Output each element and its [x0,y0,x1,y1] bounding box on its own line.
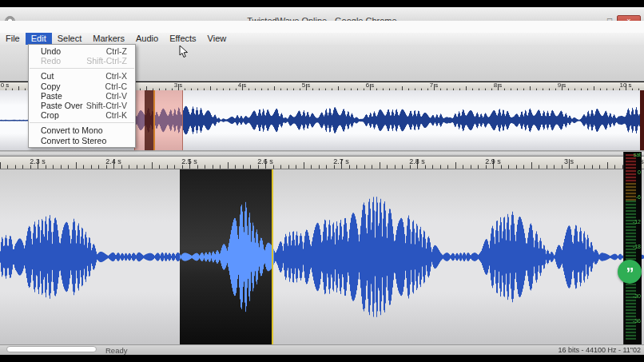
menu-separator [30,68,134,69]
menu-item-shortcut: Shift-Ctrl-V [86,101,127,110]
pane-divider[interactable] [0,150,644,157]
ruler-label: 5 s [302,82,311,89]
menu-item-shortcut: Shift-Ctrl-Z [86,56,127,66]
menu-item-label: Redo [41,56,61,66]
ruler-label: 2.8 s [409,157,425,165]
menu-effects[interactable]: Effects [164,33,201,45]
menu-item-shortcut: Ctrl-Z [106,46,127,56]
ruler-label: 2.6 s [257,157,273,165]
menu-item-shortcut: Ctrl-X [105,71,127,81]
menu-item-convert-to-mono[interactable]: Convert to Mono [29,125,135,135]
ruler-label: 2.3 s [30,157,46,165]
ruler-label: 3 s [564,157,574,165]
meter-label: -12 [625,219,641,225]
menu-item-label: Copy [41,82,61,91]
menu-item-label: Convert to Mono [41,125,103,135]
format-info: 16 bits - 44100 Hz - 11"02 [558,346,641,354]
zoom-waveform[interactable] [0,169,644,344]
menu-item-paste[interactable]: PasteCtrl-V [29,91,135,101]
menu-item-crop[interactable]: CropCtrl-K [29,110,135,120]
selection-band[interactable] [145,90,153,150]
ruler-label: 6 s [366,82,375,89]
ruler-label: 3 s [174,82,183,89]
ruler-label: 9 s [558,82,566,89]
menu-item-paste-over[interactable]: Paste OverShift-Ctrl-V [29,101,135,110]
bottom-letterbox [0,355,644,362]
edit-menu: UndoCtrl-ZRedoShift-Ctrl-ZCutCtrl-XCopyC… [28,44,136,148]
menu-item-shortcut: Ctrl-C [105,82,127,91]
ruler-label: 2.9 s [485,157,501,165]
menu-item-cut[interactable]: CutCtrl-X [29,71,135,81]
menu-item-shortcut: Ctrl-V [105,91,127,101]
status-bar [0,344,644,356]
end-marker-strip [640,90,644,150]
zoom-ruler[interactable]: 2.3 s2.4 s2.5 s2.6 s2.7 s2.8 s2.9 s3 s3.… [0,157,644,169]
ruler-label: 10 s [619,82,631,89]
mouse-cursor [179,46,189,62]
menu-markers[interactable]: Markers [87,33,130,45]
menu-item-redo: RedoShift-Ctrl-Z [29,56,135,66]
selection-edge-line [272,169,273,344]
feedback-icon: ” [618,260,642,287]
view-range-overlay[interactable] [134,90,183,150]
zoom-pane [0,169,644,344]
ruler-label: 7 s [430,82,439,89]
meter-label: 0 [625,169,641,175]
screen: TwistedWave Online - Google Chrome – □ ×… [0,0,644,362]
menu-item-undo[interactable]: UndoCtrl-Z [29,46,135,56]
ruler-label: 8 s [494,82,503,89]
menu-item-label: Crop [41,110,59,120]
menu-separator [30,122,134,123]
progress-bar [6,346,97,352]
menu-audio[interactable]: Audio [130,33,164,45]
feedback-button[interactable]: ” [618,260,642,284]
menu-item-convert-to-stereo[interactable]: Convert to Stereo [29,136,135,145]
ruler-label: 0 s [1,82,10,89]
menu-item-label: Cut [41,71,54,81]
menu-item-label: Convert to Stereo [41,136,106,145]
meter-red-zone [626,154,636,183]
ruler-label: 2.5 s [181,157,197,165]
menu-select[interactable]: Select [52,33,88,45]
meter-label: sat [625,152,641,157]
menu-item-label: Paste [41,91,62,101]
meter-label: -18 [625,244,641,249]
menu-item-copy[interactable]: CopyCtrl-C [29,82,135,91]
meter-label: -30 [625,293,641,299]
ruler-label: 2.4 s [105,157,121,165]
url-bar: https://twistedwave.com/online/edit [0,21,644,34]
meter-label: -6 [625,194,641,200]
menu-item-shortcut: Ctrl-K [105,110,127,120]
playhead-line [153,90,155,150]
top-letterbox [0,0,644,7]
status-text: Ready [105,346,127,355]
menu-item-label: Undo [41,46,61,56]
menu-view[interactable]: View [202,33,233,45]
ruler-label: 2.7 s [333,157,349,165]
ruler-label: 4 s [238,82,247,89]
menu-edit[interactable]: Edit [26,33,52,45]
title-bar: TwistedWave Online - Google Chrome – □ × [0,7,644,22]
menu-item-label: Paste Over [41,101,83,110]
menu-file[interactable]: File [0,33,26,45]
meter-label: -36 [625,318,641,324]
